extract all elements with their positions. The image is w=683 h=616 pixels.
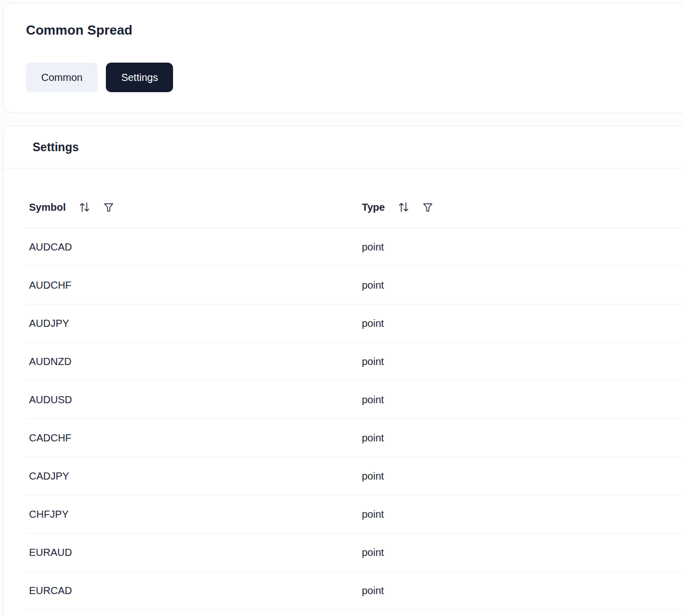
type-cell: point (362, 240, 384, 254)
page-title: Common Spread (26, 21, 683, 39)
table-body: AUDCAD point AUDCHF point AUDJPY point A… (25, 228, 683, 610)
table-row: AUDCAD point (25, 228, 683, 266)
tab-group: Common Settings (26, 63, 683, 92)
table-row: EURCAD point (25, 572, 683, 610)
filter-icon[interactable] (103, 202, 114, 213)
column-label-symbol: Symbol (29, 201, 66, 213)
table-header-row: Symbol Type (25, 169, 683, 228)
symbol-cell: AUDCHF (29, 278, 362, 292)
table-row: EURAUD point (25, 534, 683, 572)
table-row: AUDNZD point (25, 343, 683, 381)
type-cell: point (362, 546, 384, 559)
type-cell: point (362, 469, 384, 483)
sort-icon[interactable] (398, 201, 409, 213)
symbol-cell: AUDJPY (29, 317, 362, 330)
filter-icon[interactable] (422, 202, 433, 213)
type-cell: point (362, 355, 384, 368)
column-header-type: Type (362, 201, 433, 213)
type-cell: point (362, 278, 384, 292)
tab-common[interactable]: Common (26, 63, 98, 92)
table-row: CADCHF point (25, 419, 683, 457)
settings-table-card: Settings Symbol Type (3, 126, 683, 616)
settings-table: Symbol Type (25, 169, 683, 610)
symbol-cell: AUDCAD (29, 240, 362, 254)
sort-icon[interactable] (79, 201, 90, 213)
column-label-type: Type (362, 201, 385, 213)
symbol-cell: CADJPY (29, 469, 362, 483)
table-row: AUDCHF point (25, 266, 683, 304)
column-header-symbol: Symbol (29, 201, 362, 213)
type-cell: point (362, 431, 384, 444)
symbol-cell: EURAUD (29, 546, 362, 559)
symbol-cell: AUDNZD (29, 355, 362, 368)
table-row: CHFJPY point (25, 495, 683, 534)
symbol-cell: AUDUSD (29, 393, 362, 406)
common-spread-card: Common Spread Common Settings (3, 3, 683, 113)
type-cell: point (362, 508, 384, 521)
table-row: AUDJPY point (25, 304, 683, 343)
table-row: CADJPY point (25, 457, 683, 495)
card-header-title: Settings (4, 126, 683, 169)
table-row: AUDUSD point (25, 381, 683, 419)
type-cell: point (362, 393, 384, 406)
type-cell: point (362, 317, 384, 330)
symbol-cell: EURCAD (29, 584, 362, 597)
symbol-cell: CHFJPY (29, 508, 362, 521)
tab-settings[interactable]: Settings (106, 63, 173, 92)
type-cell: point (362, 584, 384, 597)
symbol-cell: CADCHF (29, 431, 362, 444)
